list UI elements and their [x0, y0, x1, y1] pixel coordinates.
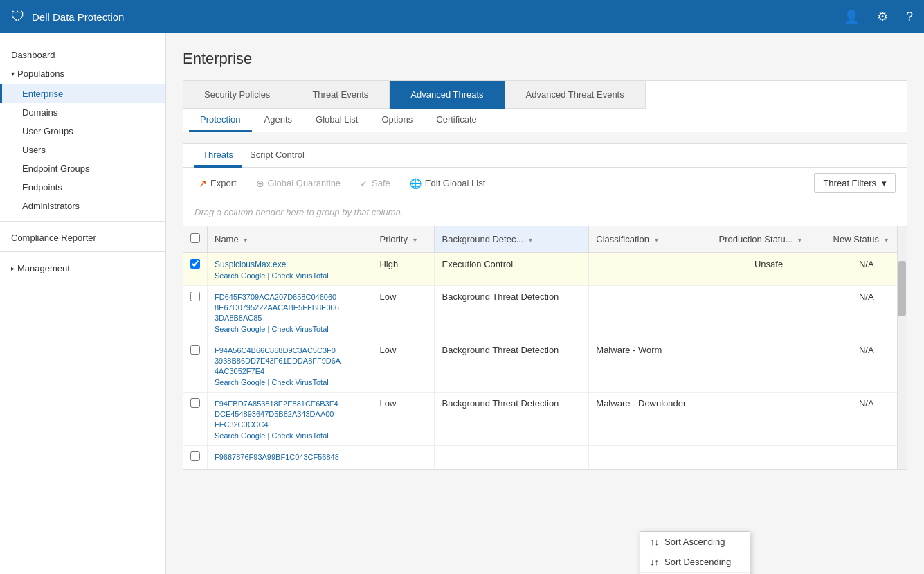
topbar: 🛡 Dell Data Protection 👤 ⚙ ? — [0, 0, 924, 33]
innertab-threats[interactable]: Threats — [194, 144, 242, 168]
sidebar-item-user-groups[interactable]: User Groups — [0, 122, 165, 141]
row2-select[interactable] — [183, 339, 208, 393]
subtab-certificate[interactable]: Certificate — [425, 109, 488, 132]
row4-name: F9687876F93A99BF1C043CF56848 — [208, 446, 372, 469]
row4-classification — [589, 446, 712, 469]
table-section: Name ▾ Priority ▾ Background Detec... ▾ — [183, 226, 907, 470]
tab-advanced-threat-events[interactable]: Advanced Threat Events — [505, 81, 646, 109]
row1-classification — [589, 286, 712, 339]
row1-name: FD645F3709ACA207D658C0460608E67D0795222A… — [208, 286, 372, 339]
scrollbar[interactable] — [897, 226, 907, 469]
row0-new-status: N/A — [826, 253, 907, 286]
row0-prod-status: Unsafe — [712, 253, 826, 286]
tab-advanced-threats[interactable]: Advanced Threats — [390, 81, 505, 109]
safe-button[interactable]: ✓ Safe — [356, 175, 395, 192]
threat-filters-button[interactable]: Threat Filters ▾ — [814, 173, 896, 193]
table-row: FD645F3709ACA207D658C0460608E67D0795222A… — [183, 286, 907, 339]
row4-select[interactable] — [183, 446, 208, 469]
table-wrapper: Name ▾ Priority ▾ Background Detec... ▾ — [183, 226, 907, 470]
sort-desc-icon: ↓↑ — [650, 557, 659, 567]
col-classification[interactable]: Classification ▾ — [589, 226, 712, 253]
col-bg-detect[interactable]: Background Detec... ▾ — [435, 226, 589, 253]
scrollbar-thumb[interactable] — [898, 261, 906, 316]
drag-drop-area: Drag a column header here to group by th… — [183, 199, 907, 226]
row4-new-status — [826, 446, 907, 469]
sidebar-item-users[interactable]: Users — [0, 141, 165, 159]
column-context-menu: ↑↓ Sort Ascending ↓↑ Sort Descending |||… — [640, 531, 750, 574]
row1-bg-detect: Background Threat Detection — [435, 286, 589, 339]
sidebar-item-endpoint-groups[interactable]: Endpoint Groups — [0, 159, 165, 178]
row2-classification: Malware - Worm — [589, 339, 712, 393]
sidebar-item-dashboard[interactable]: Dashboard — [0, 44, 165, 63]
sidebar-item-enterprise[interactable]: Enterprise — [0, 84, 165, 103]
row3-classification: Malware - Downloader — [589, 393, 712, 446]
table-row: F94A56C4B66C868D9C3AC5C3F03938B86DD7E43F… — [183, 339, 907, 393]
sidebar-item-management[interactable]: ▸ Management — [0, 258, 165, 279]
gear-icon[interactable]: ⚙ — [877, 9, 888, 24]
chevron-down-icon: ▾ — [882, 178, 887, 188]
row3-select[interactable] — [183, 393, 208, 446]
threats-table: Name ▾ Priority ▾ Background Detec... ▾ — [183, 226, 907, 469]
col-new-status[interactable]: New Status ▾ — [826, 226, 907, 253]
name-sort-icon: ▾ — [244, 236, 247, 244]
tab-threat-events[interactable]: Threat Events — [291, 81, 390, 109]
sidebar-item-domains[interactable]: Domains — [0, 103, 165, 122]
row3-bg-detect: Background Threat Detection — [435, 393, 589, 446]
app-logo: 🛡 — [11, 9, 25, 25]
sidebar-item-compliance-reporter[interactable]: Compliance Reporter — [0, 227, 165, 246]
tab-security-policies[interactable]: Security Policies — [183, 81, 291, 109]
col-name[interactable]: Name ▾ — [208, 226, 372, 253]
col-prod-status[interactable]: Production Statu... ▾ — [712, 226, 826, 253]
row4-bg-detect — [435, 446, 589, 469]
subtab-protection[interactable]: Protection — [189, 109, 252, 132]
row3-prod-status — [712, 393, 826, 446]
table-row: F9687876F93A99BF1C043CF56848 — [183, 446, 907, 469]
subtab-options[interactable]: Options — [370, 109, 424, 132]
global-quarantine-button[interactable]: ⊕ Global Quarantine — [252, 175, 345, 192]
row1-new-status: N/A — [826, 286, 907, 339]
toolbar: Export ⊕ Global Quarantine ✓ Safe 🌐 Edit… — [183, 168, 907, 199]
row4-priority — [372, 446, 435, 469]
innertab-script-control[interactable]: Script Control — [242, 144, 313, 168]
subtab-global-list[interactable]: Global List — [305, 109, 369, 132]
bg-detect-sort-icon: ▾ — [529, 236, 532, 244]
innertab-bar: Threats Script Control — [183, 143, 907, 168]
row2-bg-detect: Background Threat Detection — [435, 339, 589, 393]
select-all-header[interactable] — [183, 226, 208, 253]
edit-global-list-button[interactable]: 🌐 Edit Global List — [406, 175, 489, 192]
classification-sort-icon: ▾ — [655, 236, 658, 244]
row2-name: F94A56C4B66C868D9C3AC5C3F03938B86DD7E43F… — [208, 339, 372, 393]
prod-status-sort-icon: ▾ — [798, 236, 801, 244]
help-icon[interactable]: ? — [906, 10, 913, 24]
row0-classification — [589, 253, 712, 286]
export-icon — [199, 178, 207, 189]
row1-select[interactable] — [183, 286, 208, 339]
sidebar-item-populations[interactable]: ▾ Populations — [0, 63, 165, 84]
priority-sort-icon: ▾ — [413, 236, 417, 244]
quarantine-icon: ⊕ — [256, 178, 264, 189]
subtab-bar: Protection Agents Global List Options Ce… — [183, 109, 907, 132]
row2-priority: Low — [372, 339, 435, 393]
table-row: SuspiciousMax.exe Search Google | Check … — [183, 253, 907, 286]
row0-bg-detect: Execution Control — [435, 253, 589, 286]
row0-select[interactable] — [183, 253, 208, 286]
sidebar-item-administrators[interactable]: Administrators — [0, 197, 165, 215]
page-title: Enterprise — [183, 50, 907, 68]
select-all-checkbox[interactable] — [190, 233, 200, 243]
sidebar-item-endpoints[interactable]: Endpoints — [0, 178, 165, 197]
sort-asc-icon: ↑↓ — [650, 537, 659, 547]
sort-ascending-option[interactable]: ↑↓ Sort Ascending — [640, 532, 750, 552]
col-priority[interactable]: Priority ▾ — [372, 226, 435, 253]
row1-prod-status — [712, 286, 826, 339]
row2-prod-status — [712, 339, 826, 393]
row0-priority: High — [372, 253, 435, 286]
row1-priority: Low — [372, 286, 435, 339]
sidebar: Dashboard ▾ Populations Enterprise Domai… — [0, 33, 166, 574]
row2-new-status: N/A — [826, 339, 907, 393]
user-icon[interactable]: 👤 — [844, 9, 859, 24]
row3-name: F94EBD7A853818E2E881CE6B3F4DCE454893647D… — [208, 393, 372, 446]
subtab-agents[interactable]: Agents — [253, 109, 303, 132]
export-button[interactable]: Export — [194, 175, 241, 192]
sort-descending-option[interactable]: ↓↑ Sort Descending — [640, 552, 750, 572]
chevron-management-icon: ▸ — [11, 264, 15, 272]
